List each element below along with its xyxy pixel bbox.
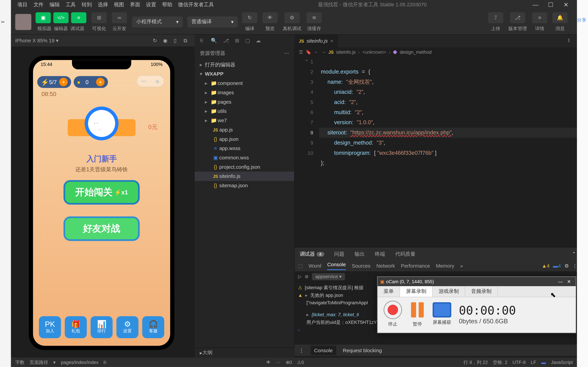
ocam-window[interactable]: ▣ oCam (0, 7, 1440, 855) — ✕ 菜单 屏幕录制 游戏录… bbox=[377, 276, 576, 333]
preview-button[interactable]: 👁 bbox=[262, 12, 278, 23]
phone-screen[interactable]: 15:44 100% ⚡ 5/7 + ● 0 + •••◉ 0 bbox=[33, 60, 170, 346]
gift-button[interactable]: 🎁礼包 bbox=[65, 316, 87, 338]
folder-pages[interactable]: ▸📁pages bbox=[195, 97, 294, 107]
message-button[interactable]: 🔔 bbox=[553, 12, 568, 23]
minimize-button[interactable]: — bbox=[528, 1, 543, 8]
ocam-tab-screen[interactable]: 屏幕录制 bbox=[400, 286, 433, 297]
status-eol[interactable]: LF bbox=[531, 360, 536, 365]
record-icon[interactable]: ◉ bbox=[160, 38, 170, 43]
clear-icon[interactable]: ⊘ bbox=[305, 274, 309, 279]
dt-wxml[interactable]: Wxml bbox=[309, 263, 321, 269]
more-icon[interactable]: ⋯ bbox=[284, 50, 289, 56]
compile-button[interactable]: ↻ bbox=[242, 12, 257, 23]
status-encoding[interactable]: UTF-8 bbox=[512, 360, 526, 365]
dt-console[interactable]: Console bbox=[327, 261, 346, 270]
ocam-minimize[interactable]: — bbox=[556, 279, 565, 284]
tab-output[interactable]: 输出 bbox=[353, 250, 366, 258]
status-wordcount[interactable]: 字数 bbox=[15, 359, 25, 366]
ocam-close[interactable]: ✕ bbox=[565, 279, 573, 284]
drawer-request[interactable]: Request blocking bbox=[343, 347, 382, 353]
cloud-icon[interactable]: ☁ bbox=[256, 38, 261, 43]
crumb-method[interactable]: design_method bbox=[400, 50, 432, 55]
file-app-js[interactable]: JSapp.js bbox=[195, 125, 294, 134]
menu-view[interactable]: 视图 bbox=[111, 1, 127, 8]
file-common-wxs[interactable]: ▣common.wxs bbox=[195, 153, 294, 162]
rank-button[interactable]: 📊排行 bbox=[91, 316, 112, 338]
tab-quality[interactable]: 代码质量 bbox=[394, 250, 417, 258]
forward-icon[interactable]: → bbox=[321, 50, 326, 55]
refresh-icon[interactable]: ↻ bbox=[150, 38, 160, 43]
file-siteinfo-js[interactable]: JSsiteinfo.js bbox=[195, 172, 294, 181]
ocam-pause-button[interactable]: 暂停 bbox=[410, 300, 425, 327]
list-icon[interactable]: ☰ bbox=[299, 49, 303, 55]
maximize-button[interactable]: ☐ bbox=[543, 1, 558, 8]
split-icon[interactable]: ⫿ bbox=[563, 35, 575, 47]
tab-debugger[interactable]: 调试器4 bbox=[298, 250, 326, 258]
device-select[interactable]: iPhone X 85% 19 ▾ bbox=[15, 38, 150, 43]
menu-help[interactable]: 帮助 bbox=[159, 1, 175, 8]
drawer-console[interactable]: Console bbox=[311, 346, 336, 355]
detail-button[interactable]: ≡ bbox=[532, 12, 547, 23]
ocam-tab-audio[interactable]: 音频录制 bbox=[465, 286, 498, 297]
kebab-icon[interactable]: ⋮ bbox=[572, 263, 578, 269]
root-folder[interactable]: ▾WXAPP bbox=[195, 69, 294, 79]
status-pagepath[interactable]: pages/index/index bbox=[61, 360, 98, 365]
popout-icon[interactable]: ⧉ bbox=[180, 38, 190, 43]
tab-terminal[interactable]: 终端 bbox=[373, 250, 387, 258]
ocam-tab-menu[interactable]: 菜单 bbox=[378, 286, 400, 297]
upload-button[interactable]: ⤴ bbox=[488, 12, 503, 23]
menu-settings[interactable]: 设置 bbox=[143, 1, 159, 8]
folder-images[interactable]: ▸📁images bbox=[195, 88, 294, 97]
cloud-button[interactable]: ∞ bbox=[112, 12, 127, 23]
start-game-button[interactable]: 开始闯关⚡x1 bbox=[63, 180, 140, 205]
debugger-toggle[interactable]: ≡ bbox=[71, 12, 86, 23]
service-button[interactable]: 🎧客服 bbox=[142, 316, 164, 338]
visual-button[interactable]: ⊞ bbox=[91, 12, 107, 23]
coin-pill[interactable]: ● 0 + bbox=[74, 76, 108, 88]
status-pagepath-label[interactable]: 页面路径 bbox=[30, 359, 48, 366]
dt-more[interactable]: » bbox=[460, 263, 463, 269]
dt-sources[interactable]: Sources bbox=[352, 263, 371, 269]
status-errors[interactable]: ⊗0 bbox=[286, 359, 292, 365]
ext-icon[interactable]: ⊞ bbox=[235, 38, 239, 43]
setting-button[interactable]: ⚙设置 bbox=[116, 316, 138, 338]
ocam-tab-game[interactable]: 游戏录制 bbox=[433, 286, 465, 297]
add-coin-icon[interactable]: + bbox=[96, 78, 105, 86]
status-language[interactable]: JavaScript bbox=[551, 360, 573, 365]
simulator-toggle[interactable]: ▣ bbox=[35, 12, 51, 23]
folder-we7[interactable]: ▸📁we7 bbox=[195, 116, 294, 125]
ocam-titlebar[interactable]: ▣ oCam (0, 7, 1440, 855) — ✕ bbox=[378, 277, 576, 286]
status-more-icon[interactable]: ⋯ bbox=[276, 359, 280, 365]
menu-ui[interactable]: 界面 bbox=[127, 1, 143, 8]
collapse-icon[interactable]: ⌃ bbox=[572, 251, 576, 257]
close-button[interactable]: ✕ bbox=[558, 1, 574, 8]
code-content[interactable]: module.exports = { name: "全网找茬", uniacid… bbox=[321, 57, 453, 168]
menu-goto[interactable]: 转到 bbox=[79, 1, 95, 8]
menu-tools[interactable]: 工具 bbox=[63, 1, 79, 8]
ocam-capture-button[interactable]: 屏幕捕获 bbox=[433, 302, 451, 325]
info-count[interactable]: ▬4 bbox=[553, 263, 561, 269]
tab-problems[interactable]: 问题 bbox=[332, 250, 346, 258]
status-position[interactable]: 行 8，列 22 bbox=[463, 359, 488, 366]
outline-section[interactable]: ▸ 大纲 bbox=[195, 348, 294, 358]
pk-button[interactable]: PK加入 bbox=[39, 316, 61, 338]
bookmark-icon[interactable]: 🔖 bbox=[306, 49, 311, 55]
editor-toggle[interactable]: </> bbox=[53, 12, 69, 23]
drawer-toggle-icon[interactable]: ⋮ bbox=[299, 347, 304, 353]
compile-mode-select[interactable]: 普通编译▾ bbox=[187, 16, 238, 27]
file-sitemap-json[interactable]: {}sitemap.json bbox=[195, 181, 294, 190]
tab-close-icon[interactable]: × bbox=[330, 38, 333, 44]
tab-siteinfo[interactable]: JS siteinfo.js × bbox=[295, 35, 338, 47]
crumb-file[interactable]: siteinfo.js bbox=[336, 50, 355, 55]
menu-project[interactable]: 项目 bbox=[15, 1, 31, 8]
ocam-stop-button[interactable]: 停止 bbox=[383, 300, 402, 327]
dt-memory[interactable]: Memory bbox=[436, 263, 454, 269]
menu-wxdev[interactable]: 微信开发者工具 bbox=[175, 1, 217, 8]
open-editors-section[interactable]: ▸打开的编辑器 bbox=[195, 60, 294, 69]
scope-select[interactable]: appservice ▾ bbox=[312, 273, 345, 280]
menu-edit[interactable]: 编辑 bbox=[47, 1, 63, 8]
sidebar-cut[interactable]: ✂ bbox=[0, 17, 7, 27]
play-icon[interactable]: ▷ bbox=[298, 274, 302, 279]
energy-pill[interactable]: ⚡ 5/7 + bbox=[37, 76, 71, 88]
share-label[interactable]: 分享 bbox=[577, 17, 586, 23]
